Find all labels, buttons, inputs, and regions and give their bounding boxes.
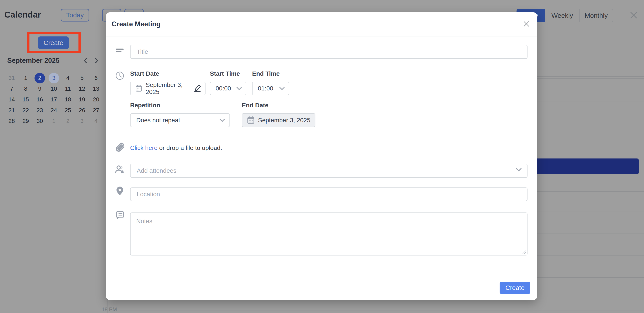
mini-calendar-prev-button[interactable]	[82, 57, 90, 65]
modal-create-button[interactable]: Create	[500, 282, 530, 294]
end-date-label: End Date	[242, 102, 268, 109]
attachment-row: Click here or drop a file to upload.	[130, 145, 222, 152]
repetition-select[interactable]: Does not repeat	[130, 113, 230, 127]
page-title: Calendar	[4, 10, 41, 19]
mini-calendar-day[interactable]: 4	[61, 73, 75, 83]
start-time-value: 00:00	[216, 85, 231, 92]
chevron-down-icon	[219, 119, 225, 122]
mini-calendar-day[interactable]: 2	[61, 116, 75, 127]
clock-icon	[115, 71, 124, 80]
mini-calendar-day[interactable]: 31	[4, 73, 19, 83]
end-time-value: 01:00	[258, 85, 273, 92]
mini-calendar-day[interactable]: 19	[75, 94, 89, 105]
title-icon	[116, 48, 124, 53]
mini-calendar-day[interactable]: 17	[47, 94, 61, 105]
mini-calendar-day[interactable]: 14	[4, 94, 19, 105]
start-date-value: September 3, 2025	[146, 81, 193, 96]
mini-calendar-day[interactable]: 21	[4, 105, 19, 116]
mini-calendar-day[interactable]: 8	[19, 83, 33, 94]
close-icon	[630, 11, 638, 19]
upload-text: or drop a file to upload.	[157, 145, 222, 151]
edit-date-button[interactable]	[193, 83, 202, 94]
mini-calendar-day[interactable]: 30	[33, 116, 47, 127]
mini-calendar-day[interactable]: 24	[47, 105, 61, 116]
end-date-field[interactable]: September 3, 2025	[242, 113, 316, 127]
mini-calendar-day[interactable]: 12	[75, 83, 89, 94]
mini-calendar-day[interactable]: 9	[33, 83, 47, 94]
mini-calendar-month-label: September 2025	[7, 57, 60, 65]
chevron-down-icon[interactable]	[516, 168, 522, 172]
resize-handle[interactable]	[522, 250, 526, 254]
mini-calendar: 3112345678910111213141516171819202122232…	[4, 73, 103, 127]
location-input[interactable]	[130, 187, 528, 201]
mini-calendar-day[interactable]: 28	[4, 116, 19, 127]
close-icon	[523, 20, 530, 28]
pencil-icon	[193, 83, 202, 92]
annotation-highlight-rect	[27, 32, 81, 53]
repetition-label: Repetition	[130, 102, 160, 109]
mini-calendar-day[interactable]: 1	[19, 73, 33, 83]
page-close-button[interactable]	[630, 11, 638, 19]
time-gutter-label: 18 PM	[100, 307, 117, 313]
view-button-weekly[interactable]: Weekly	[545, 9, 580, 22]
start-time-label: Start Time	[210, 70, 240, 77]
mini-calendar-day[interactable]: 10	[47, 83, 61, 94]
modal-close-button[interactable]	[522, 20, 531, 28]
chevron-down-icon	[236, 87, 242, 90]
attendees-input[interactable]	[130, 164, 528, 178]
view-button-monthly[interactable]: Monthly	[580, 9, 613, 22]
chevron-left-icon	[82, 57, 90, 65]
mini-calendar-day[interactable]: 23	[33, 105, 47, 116]
mini-calendar-day[interactable]: 27	[89, 105, 103, 116]
title-input[interactable]	[130, 45, 528, 59]
mini-calendar-day[interactable]: 7	[4, 83, 19, 94]
mini-calendar-day[interactable]: 13	[89, 83, 103, 94]
end-date-value: September 3, 2025	[258, 117, 310, 124]
mini-calendar-day[interactable]: 25	[61, 105, 75, 116]
attendees-icon	[115, 165, 124, 174]
mini-calendar-day[interactable]: 15	[19, 94, 33, 105]
notes-icon	[116, 211, 124, 219]
calendar-icon	[247, 116, 254, 124]
chevron-right-icon	[92, 57, 100, 65]
location-icon	[116, 186, 123, 195]
mini-calendar-day[interactable]: 1	[47, 116, 61, 127]
mini-calendar-day[interactable]: 3	[75, 116, 89, 127]
start-time-select[interactable]: 00:00	[210, 82, 246, 95]
mini-calendar-day[interactable]: 16	[33, 94, 47, 105]
mini-calendar-day[interactable]: 5	[75, 73, 89, 83]
gridline	[120, 311, 644, 311]
mini-calendar-day[interactable]: 11	[61, 83, 75, 94]
mini-calendar-day[interactable]: 22	[19, 105, 33, 116]
notes-textarea[interactable]	[130, 212, 528, 256]
modal-header-divider	[106, 36, 537, 36]
mini-calendar-day[interactable]: 20	[89, 94, 103, 105]
mini-calendar-day[interactable]: 6	[89, 73, 103, 83]
chevron-down-icon	[279, 87, 285, 90]
end-time-label: End Time	[252, 70, 280, 77]
start-date-label: Start Date	[130, 70, 159, 77]
mini-calendar-day[interactable]: 2	[34, 73, 45, 83]
mini-calendar-day[interactable]: 26	[75, 105, 89, 116]
calendar-icon	[136, 85, 142, 92]
mini-calendar-day[interactable]: 29	[19, 116, 33, 127]
end-time-select[interactable]: 01:00	[252, 82, 289, 95]
upload-link[interactable]: Click here	[130, 145, 157, 151]
today-button[interactable]: Today	[61, 9, 89, 21]
mini-calendar-day[interactable]: 18	[61, 94, 75, 105]
mini-calendar-next-button[interactable]	[92, 57, 100, 65]
modal-footer-divider	[106, 275, 537, 275]
modal-title: Create Meeting	[112, 20, 160, 28]
mini-calendar-day[interactable]: 4	[89, 116, 103, 127]
mini-calendar-day[interactable]: 3	[48, 73, 59, 83]
paperclip-icon	[116, 142, 125, 152]
start-date-field[interactable]: September 3, 2025	[130, 82, 206, 95]
create-meeting-modal: Create Meeting Start Date Start Time End…	[106, 12, 537, 300]
repetition-value: Does not repeat	[136, 117, 180, 124]
